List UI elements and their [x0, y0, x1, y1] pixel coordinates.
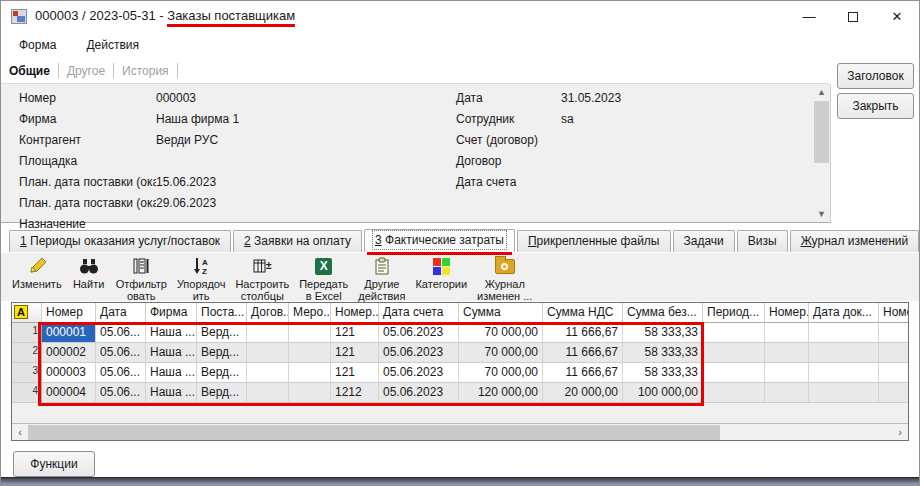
grid-cell[interactable] [247, 383, 289, 403]
change-log-button[interactable]: Журнал изменен ... [472, 253, 537, 303]
grid-cell[interactable]: 05.06.2023 [379, 343, 459, 363]
table-row[interactable]: 300000305.06...Наша ...Верд...12105.06.2… [12, 363, 908, 383]
functions-button[interactable]: Функции [13, 451, 95, 477]
grid-column-header[interactable]: Меро... [289, 303, 331, 323]
grid-cell[interactable]: 000003 [42, 363, 96, 383]
edit-button[interactable]: Изменить [7, 253, 67, 291]
sort-button[interactable]: AZ Упорядоч ить [172, 253, 231, 303]
grid-cell[interactable]: 100 000,00 [623, 383, 703, 403]
grid-horizontal-scrollbar[interactable]: ‹ › [12, 423, 908, 440]
table-row[interactable]: 400000405.06...Наша ...Верд...121205.06.… [12, 383, 908, 403]
minimize-button[interactable]: — [787, 1, 831, 32]
tab-zayavki[interactable]: 2 Заявки на оплату [233, 230, 362, 252]
field-value-kontragent[interactable]: Верди РУС [156, 133, 218, 147]
grid-column-header[interactable]: Сумма НДС [543, 303, 623, 323]
grid-cell[interactable]: Наша ... [146, 323, 197, 343]
other-actions-button[interactable]: Другие действия [353, 253, 410, 303]
grid-cell[interactable] [879, 343, 909, 363]
scroll-down-icon[interactable]: ▼ [813, 207, 830, 222]
grid-cell[interactable] [765, 343, 809, 363]
grid-column-header[interactable]: Фирма [146, 303, 197, 323]
table-row[interactable]: 200000205.06...Наша ...Верд...12105.06.2… [12, 343, 908, 363]
grid-cell[interactable]: 11 666,67 [543, 323, 623, 343]
zakryt-button[interactable]: Закрыть [837, 93, 914, 119]
row-number-cell[interactable]: 2 [12, 343, 42, 363]
grid-cell[interactable]: 05.06.2023 [379, 363, 459, 383]
grid-column-header[interactable]: Дата [96, 303, 146, 323]
grid-cell[interactable] [289, 363, 331, 383]
grid-column-header[interactable]: Сумма [459, 303, 543, 323]
grid-cell[interactable]: Наша ... [146, 343, 197, 363]
grid-column-header[interactable]: Период... [703, 303, 765, 323]
grid-cell[interactable]: 121 [331, 343, 379, 363]
grid-cell[interactable] [703, 363, 765, 383]
grid-cell[interactable]: Наша ... [146, 363, 197, 383]
grid-cell[interactable]: 000002 [42, 343, 96, 363]
grid-cell[interactable]: Верд... [197, 383, 247, 403]
grid-cell[interactable]: 000004 [42, 383, 96, 403]
grid-cell[interactable]: 05.06... [96, 343, 146, 363]
find-button[interactable]: Найти [67, 253, 111, 291]
grid-cell[interactable]: Верд... [197, 323, 247, 343]
grid-column-header[interactable]: Номер... [765, 303, 809, 323]
scroll-up-icon[interactable]: ▲ [813, 85, 830, 100]
grid-cell[interactable]: 1212 [331, 383, 379, 403]
scroll-right-icon[interactable]: › [892, 424, 908, 440]
grid-cell[interactable] [809, 383, 879, 403]
tab-vizy[interactable]: Визы [737, 230, 788, 252]
field-value-data[interactable]: 31.05.2023 [561, 91, 621, 105]
grid-cell[interactable] [289, 323, 331, 343]
row-number-cell[interactable]: 3 [12, 363, 42, 383]
grid-cell[interactable]: 70 000,00 [459, 363, 543, 383]
tab-istoriya[interactable]: История [114, 61, 177, 81]
grid-column-header[interactable]: Номер [42, 303, 96, 323]
grid-cell[interactable]: 05.06... [96, 323, 146, 343]
grid-cell[interactable] [703, 323, 765, 343]
table-row[interactable]: 100000105.06...Наша ...Верд...12105.06.2… [12, 323, 908, 343]
grid-cell[interactable]: 11 666,67 [543, 343, 623, 363]
grid-cell[interactable] [765, 323, 809, 343]
export-excel-button[interactable]: X Передать в Excel [294, 253, 353, 303]
zagolovok-button[interactable]: Заголовок [837, 63, 914, 89]
grid-cell[interactable]: 58 333,33 [623, 323, 703, 343]
field-value-plan-data-2[interactable]: 29.06.2023 [156, 196, 216, 210]
tab-periody[interactable]: 1 Периоды оказания услуг/поставок [9, 230, 231, 252]
grid-cell[interactable]: Наша ... [146, 383, 197, 403]
grid-cell[interactable]: 05.06.2023 [379, 383, 459, 403]
grid-cell[interactable]: 000001 [42, 323, 96, 343]
grid-column-header[interactable]: Дата счета [379, 303, 459, 323]
grid-cell[interactable]: 11 666,67 [543, 363, 623, 383]
field-value-plan-data-1[interactable]: 15.06.2023 [156, 175, 216, 189]
configure-columns-button[interactable]: ± Настроить столбцы [230, 253, 294, 303]
grid-cell[interactable]: 58 333,33 [623, 363, 703, 383]
scroll-left-icon[interactable]: ‹ [12, 424, 28, 440]
grid-column-header[interactable]: Поста... [197, 303, 247, 323]
menu-deystviya[interactable]: Действия [74, 34, 151, 56]
grid-cell[interactable]: Верд... [197, 343, 247, 363]
grid-cell[interactable] [289, 383, 331, 403]
grid-cell[interactable]: 58 333,33 [623, 343, 703, 363]
form-scrollbar[interactable]: ▲ ▼ [813, 85, 830, 222]
grid-cell[interactable] [809, 323, 879, 343]
grid-cell[interactable] [765, 383, 809, 403]
grid-cell[interactable] [879, 323, 909, 343]
tab-fakticheskie-zatraty[interactable]: 3 Фактические затраты [364, 229, 515, 252]
menu-forma[interactable]: Форма [7, 34, 68, 56]
field-value-firma[interactable]: Наша фирма 1 [156, 112, 239, 126]
grid-column-header[interactable]: Догов... [247, 303, 289, 323]
grid-cell[interactable] [247, 323, 289, 343]
maximize-button[interactable] [831, 1, 875, 32]
grid-column-header[interactable]: Сумма без... [623, 303, 703, 323]
grid-cell[interactable] [765, 363, 809, 383]
tab-overflow-icon[interactable]: ▼ [881, 235, 891, 246]
scrollbar-thumb[interactable] [814, 101, 829, 163]
tab-prikreplennye-fayly[interactable]: Прикрепленные файлы [517, 230, 671, 252]
field-value-sotrudnik[interactable]: sa [561, 112, 574, 126]
grid-cell[interactable] [879, 383, 909, 403]
grid-cell[interactable] [247, 343, 289, 363]
grid-cell[interactable]: 05.06... [96, 383, 146, 403]
row-number-cell[interactable]: 4 [12, 383, 42, 403]
grid-cell[interactable] [703, 383, 765, 403]
row-number-cell[interactable]: 1 [12, 323, 42, 343]
tab-zhurnal-izmeneniy[interactable]: Журнал изменений [790, 230, 920, 252]
